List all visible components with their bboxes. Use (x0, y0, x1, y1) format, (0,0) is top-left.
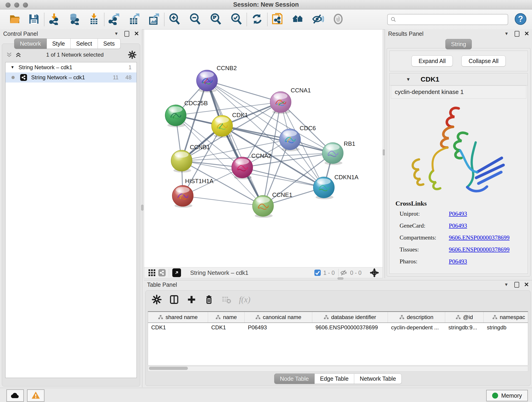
vertical-splitter-handle[interactable] (141, 205, 143, 211)
close-panel-icon[interactable] (524, 281, 529, 288)
birdseye-icon[interactable] (370, 268, 379, 277)
edge-CCNB2-CCNA1[interactable] (207, 81, 280, 102)
expand-all-icon[interactable] (15, 51, 22, 58)
cell-description[interactable]: cyclin-dependent ... (388, 323, 445, 333)
zoom-fit-button[interactable] (209, 13, 222, 26)
delete-column-icon[interactable] (204, 295, 214, 304)
gene-section-header[interactable]: ▼ CDK1 (389, 73, 528, 85)
table-data-row[interactable]: CDK1CDK1P064939606.ENSP00000378699cyclin… (148, 323, 528, 333)
panel-menu-icon[interactable]: ▼ (504, 282, 508, 287)
cell-@id[interactable]: stringdb:9... (445, 323, 484, 333)
zoom-out-button[interactable] (189, 13, 202, 26)
cloud-status-button[interactable] (6, 389, 24, 402)
scrollbar-thumb[interactable] (149, 367, 188, 370)
tab-network[interactable]: Network (14, 38, 47, 49)
crosslink-link[interactable]: 9606.ENSP00000378699 (449, 246, 510, 253)
cell-shared-name[interactable]: CDK1 (148, 323, 208, 333)
column-header-shared-name[interactable]: shared name (148, 312, 208, 322)
column-header-canonical-name[interactable]: canonical name (245, 312, 312, 322)
save-session-button[interactable] (27, 13, 40, 26)
cell-name[interactable]: CDK1 (208, 323, 245, 333)
help-button[interactable]: ? (514, 13, 527, 26)
search-field[interactable] (387, 14, 508, 25)
node-HIST1H1A[interactable]: HIST1H1A (172, 178, 214, 208)
tab-string[interactable]: String (445, 39, 472, 49)
network-row[interactable]: String Network – cdk1 11 48 (6, 72, 137, 83)
cell-canonical-name[interactable]: P06493 (245, 323, 312, 333)
refresh-layout-button[interactable] (251, 13, 264, 26)
results-panel: Results Panel ▼ String Expand All Collap… (385, 29, 532, 278)
import-table-button[interactable] (88, 13, 100, 26)
cell-database-identifier[interactable]: 9606.ENSP00000378699 (312, 323, 388, 333)
horizontal-splitter-handle[interactable] (337, 277, 343, 280)
node-CCNB2[interactable]: CCNB2 (196, 65, 237, 93)
close-panel-icon[interactable] (525, 31, 529, 37)
column-header-@id[interactable]: @id (445, 312, 484, 322)
crosslink-link[interactable]: P06493 (449, 211, 467, 217)
gene-name: CDK1 (421, 75, 439, 83)
node-label-CCNE1: CCNE1 (272, 191, 292, 198)
column-header-namespac[interactable]: namespac (484, 312, 528, 322)
panel-menu-icon[interactable]: ▼ (114, 31, 119, 36)
gear-icon[interactable] (128, 51, 136, 59)
tab-style[interactable]: Style (47, 38, 71, 49)
network-collection-row[interactable]: ▼ String Network – cdk1 1 (6, 62, 137, 72)
show-columns-icon[interactable] (169, 295, 179, 304)
lens-effect-button[interactable] (332, 13, 345, 26)
crosslink-link[interactable]: 9606.ENSP00000378699 (449, 234, 510, 241)
edge-CDK1-RB1[interactable] (222, 126, 333, 153)
crosslink-link[interactable]: P06493 (449, 258, 467, 265)
hide-glass-effect-button[interactable] (312, 13, 324, 26)
selected-checkbox-icon[interactable] (314, 269, 321, 276)
node-RB1[interactable]: RB1 (322, 140, 355, 165)
edge-CCNB2-CCNE1[interactable] (207, 81, 263, 206)
expand-all-button[interactable]: Expand All (412, 56, 453, 66)
float-panel-icon[interactable] (124, 31, 129, 37)
hidden-eye-icon[interactable] (340, 269, 348, 277)
column-header-database-identifier[interactable]: database identifier (312, 312, 388, 322)
delete-table-icon (222, 295, 231, 304)
collapse-all-icon[interactable] (6, 51, 13, 58)
string-view-icon[interactable] (158, 269, 166, 276)
node-CDC25B[interactable]: CDC25B (165, 100, 208, 127)
search-input[interactable] (399, 16, 505, 23)
open-session-button[interactable] (9, 13, 22, 26)
float-panel-icon[interactable] (514, 282, 519, 288)
table-horizontal-scrollbar[interactable] (148, 366, 528, 371)
export-table-button[interactable] (128, 13, 141, 26)
panel-menu-icon[interactable]: ▼ (504, 31, 509, 36)
table-gear-icon[interactable] (152, 295, 162, 304)
crosslinks-section: CrossLinks Uniprot:P06493GeneCard:P06493… (389, 200, 528, 265)
edge-HIST1H1A-CCNE1[interactable] (183, 196, 263, 206)
node-CCNA1[interactable]: CCNA1 (270, 87, 311, 114)
column-header-description[interactable]: description (388, 312, 445, 322)
network-graph[interactable]: CCNB2CCNA1CDC25BCDK1CDC6RB1CCNB1CCNA2CDK… (144, 30, 383, 268)
crosslink-link[interactable]: P06493 (449, 222, 467, 229)
cell-namespac[interactable]: stringdb (484, 323, 528, 333)
detach-view-icon[interactable] (172, 268, 181, 277)
zoom-in-button[interactable] (168, 13, 181, 26)
export-network-button[interactable] (108, 13, 121, 26)
warnings-button[interactable] (27, 389, 44, 402)
zoom-selected-button[interactable] (230, 13, 243, 26)
node-CDKN1A[interactable]: CDKN1A (313, 174, 359, 199)
tree-expand-icon[interactable]: ▼ (11, 65, 14, 70)
collapse-all-button[interactable]: Collapse All (462, 56, 506, 66)
tab-select[interactable]: Select (70, 38, 98, 49)
tab-sets[interactable]: Sets (98, 38, 120, 49)
create-column-icon[interactable] (187, 295, 196, 304)
tab-network-table[interactable]: Network Table (354, 374, 402, 384)
tab-edge-table[interactable]: Edge Table (315, 374, 355, 384)
section-collapse-icon[interactable]: ▼ (406, 77, 411, 82)
float-panel-icon[interactable] (515, 31, 519, 37)
export-image-button[interactable] (147, 13, 160, 26)
grid-view-icon[interactable] (148, 269, 156, 276)
tab-node-table[interactable]: Node Table (274, 374, 315, 384)
memory-button[interactable]: Memory (486, 390, 528, 401)
import-database-button[interactable] (68, 13, 81, 26)
column-header-name[interactable]: name (208, 312, 245, 322)
string-home-button[interactable] (291, 13, 304, 26)
import-network-button[interactable] (48, 13, 61, 26)
share-document-button[interactable] (271, 13, 284, 26)
close-panel-icon[interactable] (134, 31, 139, 37)
